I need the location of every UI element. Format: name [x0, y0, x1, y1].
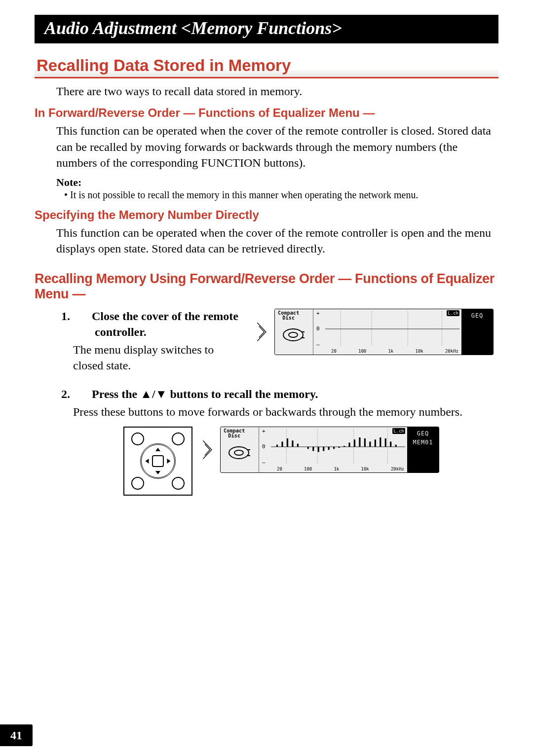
- lcd-eq-area-curve: + 0 –: [259, 427, 407, 472]
- note-label: Note:: [56, 176, 498, 189]
- axis-minus: –: [316, 341, 320, 348]
- intro-text: There are two ways to recall data stored…: [56, 83, 494, 99]
- lcd-mode-area: GEQ: [461, 309, 493, 355]
- chapter-title: Audio Adjustment <Memory Functions>: [35, 15, 498, 43]
- step-2-display-wrap: CompactDisc + 0 –: [200, 427, 439, 473]
- axis-zero: 0: [316, 325, 320, 331]
- step-2-number: 2.: [78, 387, 92, 402]
- step-1-body: The menu display switches to closed stat…: [73, 342, 246, 374]
- lcd-axis-labels: 20 100 1k 10k 20kHz: [277, 467, 404, 471]
- arrow-icon: [200, 437, 215, 462]
- section-title: Recalling Data Stored in Memory: [35, 55, 498, 78]
- step-2-head: 2.Press the ▲/▼ buttons to recall the me…: [78, 387, 494, 402]
- svg-point-7: [229, 447, 249, 459]
- step-2-title: Press the ▲/▼ buttons to recall the memo…: [92, 388, 318, 400]
- svg-point-8: [234, 450, 243, 455]
- lcd-display-2: CompactDisc + 0 –: [220, 427, 439, 473]
- step-1-title: Close the cover of the remote controller…: [92, 310, 238, 338]
- subheading-direct: Specifying the Memory Number Directly: [35, 208, 498, 222]
- page-number: 41: [0, 724, 33, 746]
- axis-minus: –: [262, 459, 266, 466]
- note-text: It is not possible to recall the memory …: [70, 189, 418, 200]
- lcd-display-1: CompactDisc + 0 –: [274, 309, 494, 355]
- dpad-icon: [140, 443, 176, 479]
- lcd-geq-label: GEQ: [417, 430, 429, 437]
- lcd-eq-area-flat: + 0 – L.ch 20: [313, 309, 461, 355]
- disc-icon: [228, 445, 250, 461]
- disc-icon: [282, 327, 305, 343]
- lcd-mem-label: MEM01: [413, 439, 433, 446]
- lcd-geq-label: GEQ: [471, 312, 484, 319]
- lcd-source-area: CompactDisc: [221, 427, 259, 472]
- sub1-body: This function can be operated when the c…: [56, 123, 494, 171]
- axis-zero: 0: [262, 443, 266, 449]
- arrow-icon: [255, 320, 269, 344]
- step-1-head: 1.Close the cover of the remote controll…: [78, 309, 246, 339]
- step-1-number: 1.: [78, 309, 92, 324]
- sub2-body: This function can be operated when the c…: [56, 225, 494, 257]
- procedure-heading: Recalling Memory Using Forward/Reverse O…: [35, 271, 498, 302]
- axis-plus: +: [262, 428, 266, 434]
- step-2-body: Press these buttons to move forwards or …: [73, 404, 498, 420]
- subheading-forward-reverse: In Forward/Reverse Order — Functions of …: [35, 106, 498, 120]
- lcd-channel: L.ch: [447, 310, 459, 316]
- svg-point-0: [283, 329, 303, 341]
- step-1-display-wrap: CompactDisc + 0 –: [255, 309, 494, 355]
- svg-point-1: [289, 332, 298, 337]
- lcd-axis-labels: 20 100 1k 10k 20kHz: [331, 349, 458, 354]
- lcd-channel: L.ch: [392, 428, 405, 434]
- lcd-mode-area: GEQ MEM01: [407, 427, 439, 472]
- step-2-row: 2.Press the ▲/▼ buttons to recall the me…: [56, 387, 494, 402]
- step-1-row: 1.Close the cover of the remote controll…: [56, 309, 494, 373]
- note-bullet: • It is not possible to recall the memor…: [64, 189, 498, 201]
- step-2-diagram: CompactDisc + 0 –: [64, 427, 498, 496]
- lcd-source-area: CompactDisc: [275, 309, 313, 355]
- remote-controller-illustration: [123, 427, 192, 496]
- axis-plus: +: [316, 310, 320, 317]
